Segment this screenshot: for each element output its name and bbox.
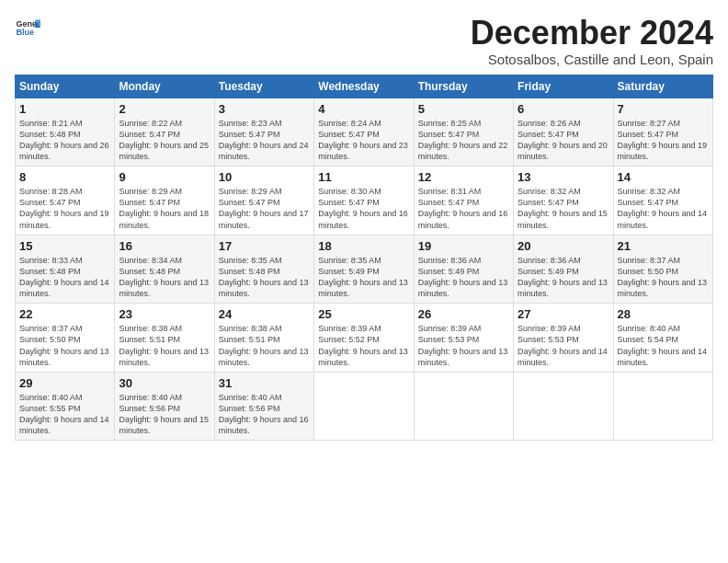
- table-row: 28 Sunrise: 8:40 AMSunset: 5:54 PMDaylig…: [613, 304, 712, 373]
- table-row: 2 Sunrise: 8:22 AMSunset: 5:47 PMDayligh…: [115, 98, 214, 167]
- day-number: 13: [518, 170, 609, 184]
- header-sunday: Sunday: [16, 75, 115, 98]
- page-header: General Blue December 2024 Sotosalbos, C…: [15, 15, 713, 67]
- calendar-week-row: 22 Sunrise: 8:37 AMSunset: 5:50 PMDaylig…: [16, 304, 713, 373]
- day-number: 14: [618, 170, 709, 184]
- day-number: 12: [418, 170, 509, 184]
- day-number: 25: [318, 307, 409, 321]
- cell-info: Sunrise: 8:27 AMSunset: 5:47 PMDaylight:…: [618, 119, 708, 161]
- day-number: 21: [618, 239, 709, 253]
- table-row: 21 Sunrise: 8:37 AMSunset: 5:50 PMDaylig…: [613, 235, 712, 304]
- cell-info: Sunrise: 8:35 AMSunset: 5:49 PMDaylight:…: [318, 256, 408, 298]
- logo: General Blue: [15, 15, 40, 40]
- cell-info: Sunrise: 8:26 AMSunset: 5:47 PMDaylight:…: [518, 119, 608, 161]
- table-row: 22 Sunrise: 8:37 AMSunset: 5:50 PMDaylig…: [16, 304, 115, 373]
- day-number: 11: [318, 170, 409, 184]
- table-row: 9 Sunrise: 8:29 AMSunset: 5:47 PMDayligh…: [115, 167, 214, 236]
- day-number: 28: [618, 307, 709, 321]
- table-row: 16 Sunrise: 8:34 AMSunset: 5:48 PMDaylig…: [115, 235, 214, 304]
- table-row: 19 Sunrise: 8:36 AMSunset: 5:49 PMDaylig…: [414, 235, 513, 304]
- table-row: 12 Sunrise: 8:31 AMSunset: 5:47 PMDaylig…: [414, 167, 513, 236]
- cell-info: Sunrise: 8:35 AMSunset: 5:48 PMDaylight:…: [219, 256, 309, 298]
- table-row: 11 Sunrise: 8:30 AMSunset: 5:47 PMDaylig…: [314, 167, 414, 236]
- table-row: 7 Sunrise: 8:27 AMSunset: 5:47 PMDayligh…: [613, 98, 712, 167]
- svg-text:Blue: Blue: [16, 28, 34, 37]
- day-number: 1: [19, 102, 110, 116]
- calendar-week-row: 29 Sunrise: 8:40 AMSunset: 5:55 PMDaylig…: [16, 372, 713, 441]
- day-number: 2: [119, 102, 210, 116]
- calendar-week-row: 15 Sunrise: 8:33 AMSunset: 5:48 PMDaylig…: [16, 235, 713, 304]
- header-wednesday: Wednesday: [314, 75, 414, 98]
- table-row: 30 Sunrise: 8:40 AMSunset: 5:56 PMDaylig…: [115, 372, 214, 441]
- cell-info: Sunrise: 8:40 AMSunset: 5:56 PMDaylight:…: [119, 393, 209, 435]
- day-number: 3: [219, 102, 310, 116]
- cell-info: Sunrise: 8:39 AMSunset: 5:52 PMDaylight:…: [318, 324, 408, 366]
- day-number: 20: [518, 239, 609, 253]
- table-row: 8 Sunrise: 8:28 AMSunset: 5:47 PMDayligh…: [16, 167, 115, 236]
- cell-info: Sunrise: 8:38 AMSunset: 5:51 PMDaylight:…: [219, 324, 309, 366]
- cell-info: Sunrise: 8:37 AMSunset: 5:50 PMDaylight:…: [618, 256, 708, 298]
- table-row: [514, 372, 613, 441]
- day-number: 5: [418, 102, 509, 116]
- table-row: 23 Sunrise: 8:38 AMSunset: 5:51 PMDaylig…: [115, 304, 214, 373]
- header-tuesday: Tuesday: [214, 75, 313, 98]
- table-row: 13 Sunrise: 8:32 AMSunset: 5:47 PMDaylig…: [514, 167, 613, 236]
- day-number: 17: [219, 239, 310, 253]
- cell-info: Sunrise: 8:33 AMSunset: 5:48 PMDaylight:…: [19, 256, 109, 298]
- day-number: 31: [219, 376, 310, 390]
- day-number: 29: [19, 376, 110, 390]
- table-row: [414, 372, 513, 441]
- cell-info: Sunrise: 8:36 AMSunset: 5:49 PMDaylight:…: [518, 256, 608, 298]
- cell-info: Sunrise: 8:22 AMSunset: 5:47 PMDaylight:…: [119, 119, 209, 161]
- cell-info: Sunrise: 8:39 AMSunset: 5:53 PMDaylight:…: [418, 324, 508, 366]
- table-row: 10 Sunrise: 8:29 AMSunset: 5:47 PMDaylig…: [214, 167, 313, 236]
- header-saturday: Saturday: [613, 75, 712, 98]
- cell-info: Sunrise: 8:24 AMSunset: 5:47 PMDaylight:…: [318, 119, 408, 161]
- cell-info: Sunrise: 8:40 AMSunset: 5:56 PMDaylight:…: [219, 393, 309, 435]
- cell-info: Sunrise: 8:31 AMSunset: 5:47 PMDaylight:…: [418, 187, 508, 229]
- cell-info: Sunrise: 8:25 AMSunset: 5:47 PMDaylight:…: [418, 119, 508, 161]
- cell-info: Sunrise: 8:36 AMSunset: 5:49 PMDaylight:…: [418, 256, 508, 298]
- table-row: 18 Sunrise: 8:35 AMSunset: 5:49 PMDaylig…: [314, 235, 414, 304]
- cell-info: Sunrise: 8:38 AMSunset: 5:51 PMDaylight:…: [119, 324, 209, 366]
- table-row: 3 Sunrise: 8:23 AMSunset: 5:47 PMDayligh…: [214, 98, 313, 167]
- cell-info: Sunrise: 8:29 AMSunset: 5:47 PMDaylight:…: [119, 187, 209, 229]
- table-row: 4 Sunrise: 8:24 AMSunset: 5:47 PMDayligh…: [314, 98, 414, 167]
- cell-info: Sunrise: 8:30 AMSunset: 5:47 PMDaylight:…: [318, 187, 408, 229]
- cell-info: Sunrise: 8:32 AMSunset: 5:47 PMDaylight:…: [518, 187, 608, 229]
- day-number: 24: [219, 307, 310, 321]
- calendar-week-row: 1 Sunrise: 8:21 AMSunset: 5:48 PMDayligh…: [16, 98, 713, 167]
- location-title: Sotosalbos, Castille and Leon, Spain: [471, 52, 713, 67]
- cell-info: Sunrise: 8:28 AMSunset: 5:47 PMDaylight:…: [19, 187, 109, 229]
- header-thursday: Thursday: [414, 75, 513, 98]
- calendar-week-row: 8 Sunrise: 8:28 AMSunset: 5:47 PMDayligh…: [16, 167, 713, 236]
- day-number: 7: [618, 102, 709, 116]
- table-row: 20 Sunrise: 8:36 AMSunset: 5:49 PMDaylig…: [514, 235, 613, 304]
- day-number: 18: [318, 239, 409, 253]
- table-row: [613, 372, 712, 441]
- table-row: 14 Sunrise: 8:32 AMSunset: 5:47 PMDaylig…: [613, 167, 712, 236]
- day-number: 19: [418, 239, 509, 253]
- table-row: 25 Sunrise: 8:39 AMSunset: 5:52 PMDaylig…: [314, 304, 414, 373]
- day-number: 10: [219, 170, 310, 184]
- table-row: 6 Sunrise: 8:26 AMSunset: 5:47 PMDayligh…: [514, 98, 613, 167]
- table-row: 27 Sunrise: 8:39 AMSunset: 5:53 PMDaylig…: [514, 304, 613, 373]
- cell-info: Sunrise: 8:34 AMSunset: 5:48 PMDaylight:…: [119, 256, 209, 298]
- calendar-table: Sunday Monday Tuesday Wednesday Thursday…: [15, 75, 713, 442]
- cell-info: Sunrise: 8:39 AMSunset: 5:53 PMDaylight:…: [518, 324, 608, 366]
- day-number: 26: [418, 307, 509, 321]
- table-row: 15 Sunrise: 8:33 AMSunset: 5:48 PMDaylig…: [16, 235, 115, 304]
- table-row: 29 Sunrise: 8:40 AMSunset: 5:55 PMDaylig…: [16, 372, 115, 441]
- day-number: 15: [19, 239, 110, 253]
- cell-info: Sunrise: 8:29 AMSunset: 5:47 PMDaylight:…: [219, 187, 309, 229]
- day-number: 27: [518, 307, 609, 321]
- table-row: 17 Sunrise: 8:35 AMSunset: 5:48 PMDaylig…: [214, 235, 313, 304]
- cell-info: Sunrise: 8:21 AMSunset: 5:48 PMDaylight:…: [19, 119, 109, 161]
- day-number: 6: [518, 102, 609, 116]
- table-row: 24 Sunrise: 8:38 AMSunset: 5:51 PMDaylig…: [214, 304, 313, 373]
- day-number: 23: [119, 307, 210, 321]
- day-number: 30: [119, 376, 210, 390]
- table-row: 1 Sunrise: 8:21 AMSunset: 5:48 PMDayligh…: [16, 98, 115, 167]
- day-number: 4: [318, 102, 409, 116]
- table-row: 31 Sunrise: 8:40 AMSunset: 5:56 PMDaylig…: [214, 372, 313, 441]
